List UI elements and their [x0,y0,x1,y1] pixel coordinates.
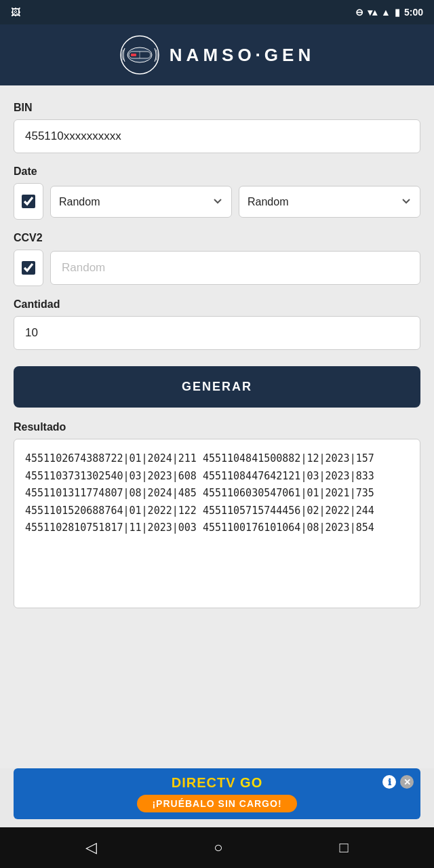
main-content: BIN Date Random 01 02 03 04 05 06 07 08 … [0,85,434,768]
date-label: Date [14,165,420,178]
date-month-select[interactable]: Random 01 02 03 04 05 06 07 08 09 10 11 … [50,186,232,218]
result-box: 4551102674388722|01|2024|211 45511048415… [14,439,420,608]
cantidad-input[interactable] [14,316,420,350]
clock: 5:00 [404,7,423,18]
ccv2-input[interactable] [50,251,420,285]
ad-info-icon[interactable]: ℹ [382,775,396,789]
ad-banner: ℹ ✕ DIRECTV GO ¡PRUÉBALO SIN CARGO! [14,768,420,819]
photo-icon: 🖼 [11,7,20,18]
app-logo [119,35,160,75]
svg-rect-3 [131,54,136,56]
back-button[interactable]: ◁ [85,839,97,856]
ad-title-white: DIRECTV [172,775,236,790]
status-right: ⊖ ▾▴ ▲ ▮ 5:00 [355,7,423,18]
ccv2-label: CCV2 [14,232,420,244]
home-button[interactable]: ○ [214,839,222,856]
date-checkbox[interactable] [22,195,35,208]
signal-icon: ▲ [381,7,391,18]
bin-label: BIN [14,102,420,114]
status-left: 🖼 [11,7,20,18]
ad-title: DIRECTV GO [172,775,262,791]
ccv2-checkbox[interactable] [22,261,35,275]
battery-icon: ▮ [395,7,400,18]
bin-input[interactable] [14,119,420,153]
cantidad-label: Cantidad [14,298,420,311]
wifi-icon: ▾▴ [368,7,377,18]
ccv2-row [14,250,420,286]
recent-button[interactable]: □ [340,839,349,856]
ccv2-checkbox-wrapper[interactable] [14,250,43,286]
date-row: Random 01 02 03 04 05 06 07 08 09 10 11 … [14,183,420,220]
date-checkbox-wrapper[interactable] [14,183,43,220]
generate-button[interactable]: GENERAR [14,366,420,408]
nav-bar: ◁ ○ □ [0,827,434,868]
app-title: NAMSO·GEN [170,45,315,66]
ad-sub: ¡PRUÉBALO SIN CARGO! [137,795,296,812]
resultado-label: Resultado [14,421,420,433]
ad-close-icon[interactable]: ✕ [400,775,414,789]
date-year-select[interactable]: Random 2021 2022 2023 2024 2025 [239,186,420,218]
app-header: NAMSO·GEN [0,24,434,85]
ad-title-yellow: GO [236,775,263,790]
status-bar: 🖼 ⊖ ▾▴ ▲ ▮ 5:00 [0,0,434,24]
mute-icon: ⊖ [355,7,363,18]
